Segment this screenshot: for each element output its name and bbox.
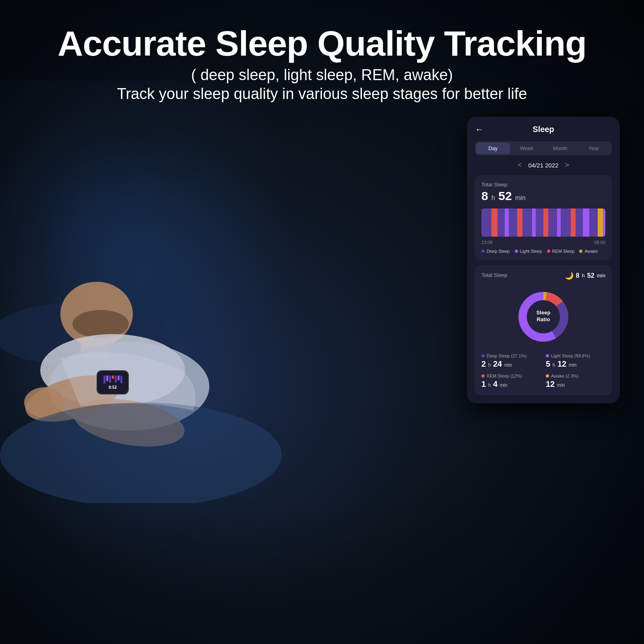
- watch-screen: 8:52: [97, 371, 128, 394]
- legend-deep-sleep: Deep Sleep: [481, 249, 510, 254]
- phone-panel: ← Sleep Day Week Month Year < 04/21 2022…: [467, 117, 620, 403]
- watch-bar: [112, 376, 114, 379]
- total-sleep-card: Total Sleep 8 h 52 min: [475, 175, 612, 260]
- watch-bar: [120, 376, 122, 383]
- tab-week[interactable]: Week: [510, 142, 544, 154]
- watch-time: 8:52: [109, 385, 117, 390]
- sleep-unit-h: h: [491, 194, 495, 201]
- watch-bar: [103, 376, 105, 384]
- donut-container: Sleep Ratio: [481, 287, 605, 347]
- sleep-time-display: 8 h 52 min: [481, 189, 605, 203]
- svg-text:Ratio: Ratio: [537, 316, 550, 322]
- chart-seg-deep8: [576, 208, 583, 237]
- ratio-unit-h: h: [582, 273, 585, 279]
- ratio-rem-label: REM Sleep (12%): [481, 374, 541, 378]
- main-title: Accurate Sleep Quality Tracking: [58, 24, 586, 63]
- chart-end-time: 08:00: [594, 240, 605, 245]
- ratio-hours: 8: [576, 272, 580, 279]
- sleep-hours: 8: [481, 189, 488, 202]
- watch-bar: [109, 376, 111, 383]
- sleep-unit-min: min: [515, 194, 526, 201]
- ratio-deep-label: Deep Sleep (27.1%): [481, 353, 541, 358]
- tab-month[interactable]: Month: [543, 142, 577, 154]
- ratio-light-sleep: Light Sleep (58.6%) 5 h 12 min: [546, 353, 605, 369]
- ratio-rem-sleep: REM Sleep (12%) 1 h 4 min: [481, 374, 541, 389]
- legend-dot-rem: [547, 250, 550, 253]
- chart-seg-deep4: [522, 208, 533, 237]
- chart-seg-deep9: [589, 208, 598, 237]
- legend-awake: Awake: [579, 249, 598, 254]
- chart-seg-deep: [481, 208, 491, 237]
- legend-rem-sleep: REM Sleep: [547, 249, 575, 254]
- phone-header: ← Sleep: [475, 125, 612, 134]
- chart-start-time: 23:08: [481, 240, 493, 245]
- watch-body: 8:52: [97, 370, 129, 394]
- ratio-light-label: Light Sleep (58.6%): [546, 353, 605, 358]
- legend-label-light: Light Sleep: [520, 249, 542, 254]
- chart-seg-deep2: [497, 208, 505, 237]
- ratio-card-header: Total Sleep 🌙 8 h 52 min: [481, 271, 605, 280]
- total-sleep-label: Total Sleep: [481, 182, 605, 188]
- sleep-ratio-card: Total Sleep 🌙 8 h 52 min: [475, 265, 612, 395]
- tab-bar: Day Week Month Year: [475, 141, 612, 155]
- chart-seg-light3: [557, 208, 561, 237]
- ratio-light-dot: [546, 354, 549, 357]
- back-button[interactable]: ←: [475, 124, 484, 135]
- ratio-awake-label: Awake (2.3%): [546, 374, 605, 378]
- legend-label-awake: Awake: [584, 249, 598, 254]
- ratio-light-value: 5 h 12 min: [546, 359, 605, 369]
- chart-seg-awake: [598, 208, 603, 237]
- legend-dot-awake: [579, 250, 582, 253]
- ratio-awake-dot: [546, 374, 549, 378]
- chart-seg-deep5: [536, 208, 543, 237]
- watch-bar: [115, 376, 117, 382]
- tab-day[interactable]: Day: [476, 142, 510, 154]
- chart-seg-rem: [491, 208, 497, 237]
- watch-bar: [118, 376, 120, 380]
- sleep-chart: [481, 208, 605, 237]
- phone-title: Sleep: [533, 125, 554, 134]
- ratio-awake: Awake (2.3%) 12 min: [546, 374, 605, 389]
- legend-row: Deep Sleep Light Sleep REM Sleep Awake: [481, 249, 605, 254]
- chart-seg-deep7: [561, 208, 571, 237]
- ratio-sleep-time: 🌙 8 h 52 min: [565, 271, 605, 280]
- ratio-deep-dot: [481, 354, 485, 357]
- watch-bar: [106, 376, 108, 381]
- date-nav: < 04/21 2022 >: [475, 161, 612, 169]
- chart-seg-light5: [603, 208, 605, 237]
- chart-seg-rem4: [571, 208, 576, 237]
- ratio-total-label: Total Sleep: [481, 272, 507, 278]
- date-prev-button[interactable]: <: [518, 161, 522, 169]
- date-next-button[interactable]: >: [565, 161, 570, 169]
- legend-dot-light: [515, 250, 518, 253]
- chart-seg-deep3: [509, 208, 518, 237]
- chart-seg-rem2: [517, 208, 522, 237]
- content-wrapper: Accurate Sleep Quality Tracking ( deep s…: [0, 0, 644, 644]
- ratio-deep-value: 2 h 24 min: [481, 359, 541, 369]
- ratio-unit-min: min: [597, 273, 605, 279]
- subtitle-line1: ( deep sleep, light sleep, REM, awake): [58, 66, 586, 84]
- header-section: Accurate Sleep Quality Tracking ( deep s…: [58, 0, 586, 103]
- chart-seg-rem3: [543, 208, 548, 237]
- ratio-rem-value: 1 h 4 min: [481, 380, 541, 389]
- chart-seg-deep6: [548, 208, 557, 237]
- legend-dot-deep: [481, 250, 485, 253]
- ratio-awake-value: 12 min: [546, 380, 605, 389]
- smartwatch-area: 8:52: [97, 370, 129, 394]
- chart-times: 23:08 08:00: [481, 240, 605, 245]
- chart-seg-light: [505, 208, 508, 237]
- watch-bars: [103, 376, 122, 384]
- chart-seg-light4: [583, 208, 589, 237]
- legend-light-sleep: Light Sleep: [515, 249, 542, 254]
- moon-icon: 🌙: [565, 271, 574, 280]
- legend-label-deep: Deep Sleep: [487, 249, 510, 254]
- ratio-rem-dot: [481, 374, 485, 378]
- svg-text:Sleep: Sleep: [537, 310, 551, 316]
- chart-seg-light2: [532, 208, 536, 237]
- sleep-minutes: 52: [498, 189, 512, 202]
- tab-year[interactable]: Year: [577, 142, 611, 154]
- date-display: 04/21 2022: [528, 162, 558, 169]
- subtitle-line2: Track your sleep quality in various slee…: [58, 85, 586, 103]
- ratio-grid: Deep Sleep (27.1%) 2 h 24 min Light Slee…: [481, 353, 605, 389]
- ratio-mins: 52: [587, 272, 594, 279]
